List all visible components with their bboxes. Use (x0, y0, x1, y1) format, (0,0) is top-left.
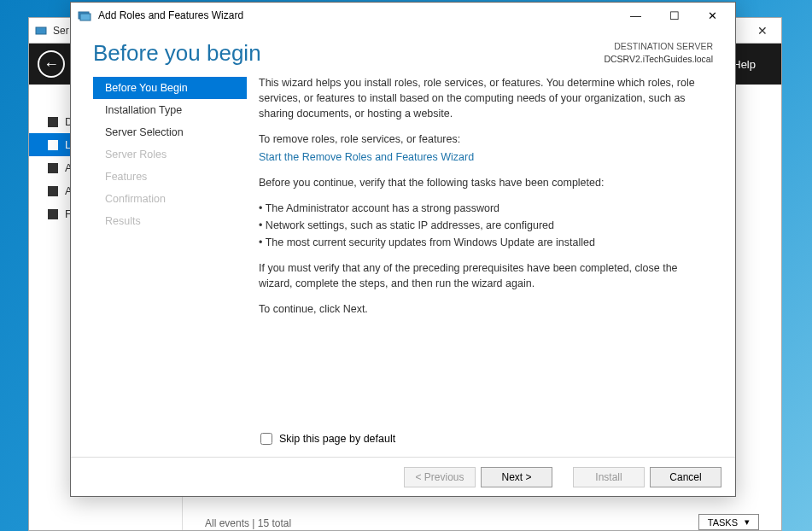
step-confirmation: Confirmation (93, 188, 247, 210)
destination-server: DESTINATION SERVER DCSRV2.iTechGuides.lo… (604, 40, 713, 65)
wizard-footer: < Previous Next > Install Cancel (71, 457, 735, 496)
previous-button: < Previous (404, 467, 476, 487)
verify-paragraph: If you must verify that any of the prece… (259, 260, 711, 291)
close-button[interactable]: ✕ (693, 3, 732, 27)
wizard-app-icon (78, 9, 91, 22)
prereq-list: The Administrator account has a strong p… (259, 201, 711, 250)
prereq-item: The Administrator account has a strong p… (259, 201, 711, 216)
step-before-you-begin[interactable]: Before You Begin (93, 77, 247, 99)
next-button[interactable]: Next > (481, 467, 552, 487)
cancel-button[interactable]: Cancel (650, 467, 721, 487)
wizard-titlebar: Add Roles and Features Wizard — ☐ ✕ (71, 3, 735, 28)
bg-title: Ser (53, 25, 69, 37)
wizard-header: Before you begin DESTINATION SERVER DCSR… (71, 28, 735, 75)
minimize-button[interactable]: — (616, 3, 655, 27)
back-button[interactable]: ← (38, 50, 65, 78)
page-title: Before you begin (93, 40, 261, 67)
wizard-steps: Before You Begin Installation Type Serve… (93, 75, 247, 429)
help-menu[interactable]: Help (733, 58, 773, 71)
wizard-window-title: Add Roles and Features Wizard (98, 9, 243, 21)
wizard-content: This wizard helps you install roles, rol… (247, 75, 735, 429)
maximize-button[interactable]: ☐ (655, 3, 693, 27)
events-summary: All events | 15 total (205, 517, 291, 529)
skip-label: Skip this page by default (279, 433, 395, 445)
skip-row: Skip this page by default (71, 429, 735, 457)
intro-paragraph: This wizard helps you install roles, rol… (259, 75, 711, 121)
verify-intro: Before you continue, verify that the fol… (259, 175, 711, 190)
step-results: Results (93, 210, 247, 232)
remove-roles-link[interactable]: Start the Remove Roles and Features Wiza… (259, 151, 474, 163)
step-server-roles: Server Roles (93, 143, 247, 166)
prereq-item: Network settings, such as static IP addr… (259, 218, 711, 233)
step-server-selection[interactable]: Server Selection (93, 121, 247, 143)
step-installation-type[interactable]: Installation Type (93, 99, 247, 121)
continue-paragraph: To continue, click Next. (259, 301, 711, 317)
install-button: Install (573, 467, 645, 487)
prereq-item: The most current security updates from W… (259, 235, 711, 250)
bg-close-icon[interactable]: ✕ (749, 24, 776, 38)
tasks-dropdown[interactable]: TASKS ▾ (698, 514, 759, 530)
step-features: Features (93, 166, 247, 188)
svg-rect-0 (36, 27, 46, 34)
server-manager-icon (34, 24, 48, 38)
skip-checkbox[interactable] (260, 433, 272, 445)
svg-rect-2 (80, 14, 91, 20)
add-roles-wizard: Add Roles and Features Wizard — ☐ ✕ Befo… (70, 2, 736, 497)
chevron-down-icon: ▾ (745, 516, 750, 528)
remove-intro: To remove roles, role services, or featu… (259, 131, 711, 147)
